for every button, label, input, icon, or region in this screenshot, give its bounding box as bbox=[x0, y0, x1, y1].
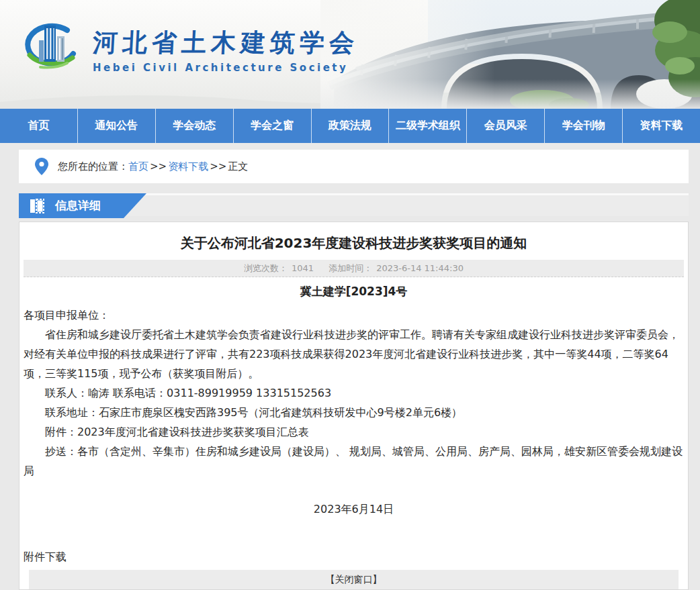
close-window-link[interactable]: 【关闭窗口】 bbox=[326, 574, 382, 586]
attachment-download-label: 附件下载 bbox=[24, 548, 684, 566]
nav-item-policies[interactable]: 政策法规 bbox=[312, 109, 390, 143]
article-meta: 浏览次数： 1041 添加时间： 2023-6-14 11:44:30 bbox=[24, 260, 684, 277]
paragraph-cc: 抄送：各市（含定州、辛集市）住房和城乡建设局（建设局）、 规划局、城管局、公用局… bbox=[24, 442, 684, 481]
breadcrumb-home-link[interactable]: 首页 bbox=[128, 160, 148, 173]
section-tab: 信息详细 bbox=[19, 193, 146, 218]
breadcrumb-category-link[interactable]: 资料下载 bbox=[168, 160, 208, 173]
breadcrumb: 您所在的位置： 首页 >> 资料下载 >> 正文 bbox=[19, 150, 689, 183]
section-title: 信息详细 bbox=[55, 198, 101, 213]
views-label: 浏览次数： bbox=[244, 262, 288, 275]
article-body: 各项目申报单位： 省住房和城乡建设厅委托省土木建筑学会负责省建设行业科技进步奖的… bbox=[24, 305, 684, 481]
breadcrumb-separator: >> bbox=[210, 160, 226, 173]
breadcrumb-current: 正文 bbox=[228, 160, 248, 173]
content-column: 您所在的位置： 首页 >> 资料下载 >> 正文 信息详细 关于公布河北省202… bbox=[19, 150, 689, 590]
nav-item-society-news[interactable]: 学会动态 bbox=[156, 109, 234, 143]
breadcrumb-prefix: 您所在的位置： bbox=[58, 160, 128, 173]
article-title: 关于公布河北省2023年度建设科技进步奖获奖项目的通知 bbox=[24, 233, 684, 253]
breadcrumb-separator: >> bbox=[150, 160, 167, 173]
paragraph-attachment: 附件：2023年度河北省建设科技进步奖获奖项目汇总表 bbox=[24, 422, 684, 442]
paragraph-salutation: 各项目申报单位： bbox=[24, 305, 684, 325]
main-nav: 首页 通知公告 学会动态 学会之窗 政策法规 二级学术组织 会员风采 学会刊物 … bbox=[0, 109, 700, 143]
article-box: 关于公布河北省2023年度建设科技进步奖获奖项目的通知 浏览次数： 1041 添… bbox=[19, 222, 689, 590]
nav-item-academic-orgs[interactable]: 二级学术组织 bbox=[389, 109, 467, 143]
paragraph-contact-address: 联系地址：石家庄市鹿泉区槐安西路395号（河北省建筑科技研发中心9号楼2单元6楼… bbox=[24, 403, 684, 422]
document-number: 冀土建学[2023]4号 bbox=[24, 283, 684, 300]
nav-item-home[interactable]: 首页 bbox=[0, 109, 78, 143]
nav-item-society-window[interactable]: 学会之窗 bbox=[234, 109, 312, 143]
nav-item-downloads[interactable]: 资料下载 bbox=[623, 109, 700, 143]
bridge-illustration bbox=[320, 0, 700, 109]
nav-item-notices[interactable]: 通知公告 bbox=[78, 109, 156, 143]
views-count: 1041 bbox=[292, 263, 314, 273]
building-swoosh-logo-icon bbox=[20, 19, 82, 81]
added-time-label: 添加时间： bbox=[329, 262, 372, 275]
added-time-value: 2023-6-14 11:44:30 bbox=[376, 263, 464, 273]
paragraph-contact-person: 联系人：喻涛 联系电话：0311-89919959 13315152563 bbox=[24, 383, 684, 403]
nav-item-members[interactable]: 会员风采 bbox=[467, 109, 545, 143]
location-pin-icon bbox=[35, 158, 48, 175]
site-name-en: Hebei Civil Architecture Society bbox=[93, 62, 359, 74]
site-name-zh: 河北省土木建筑学会 bbox=[92, 30, 359, 57]
paragraph-main: 省住房和城乡建设厅委托省土木建筑学会负责省建设行业科技进步奖的评审工作。聘请有关… bbox=[24, 325, 684, 383]
nav-item-publications[interactable]: 学会刊物 bbox=[545, 109, 623, 143]
site-logo[interactable]: 河北省土木建筑学会 Hebei Civil Architecture Socie… bbox=[20, 19, 359, 81]
section-header-bar: 信息详细 bbox=[19, 193, 689, 216]
site-banner: 河北省土木建筑学会 Hebei Civil Architecture Socie… bbox=[0, 0, 700, 109]
close-window-bar: 【关闭窗口】 bbox=[29, 570, 679, 590]
book-icon bbox=[30, 199, 47, 213]
article-date: 2023年6月14日 bbox=[24, 499, 684, 519]
